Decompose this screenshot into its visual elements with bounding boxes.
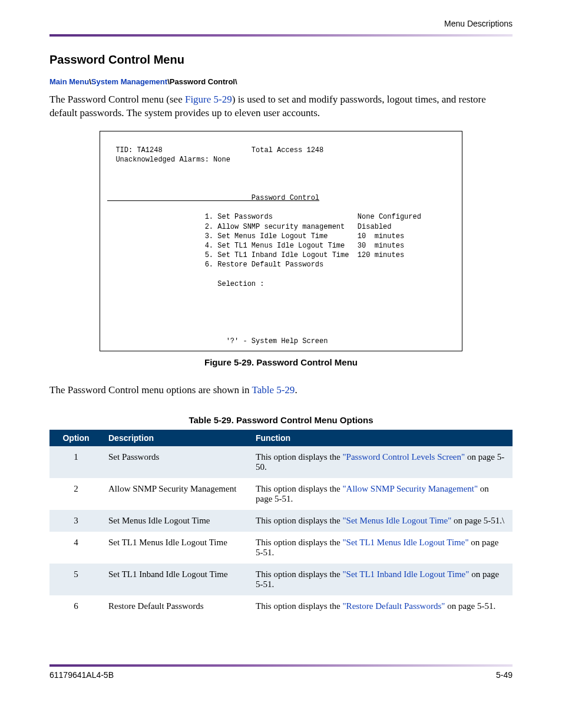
xref-link[interactable]: "Set Menus Idle Logout Time" (343, 516, 452, 525)
breadcrumb-main-menu[interactable]: Main Menu (49, 77, 89, 86)
text: on page 5-51. (445, 601, 495, 611)
terminal-screenshot: TID: TA1248 Total Access 1248 Unacknowle… (100, 131, 462, 351)
page: Menu Descriptions Password Control Menu … (0, 0, 562, 694)
footer-doc-id: 61179641AL4-5B (49, 670, 114, 680)
cell-function: This option displays the "Restore Defaul… (250, 595, 513, 617)
terminal-menu-item: 5. Set TL1 Inband Idle Logout Time 120 m… (107, 251, 404, 259)
col-option: Option (49, 430, 103, 446)
section-heading: Password Control Menu (49, 53, 513, 67)
table-row: 6 Restore Default Passwords This option … (49, 595, 513, 617)
cell-description: Set Menus Idle Logout Time (103, 510, 250, 532)
col-description: Description (103, 430, 250, 446)
table-intro-paragraph: The Password Control menu options are sh… (49, 384, 513, 397)
terminal-selection-prompt: Selection : (107, 280, 264, 288)
intro-paragraph: The Password Control menu (see Figure 5-… (49, 93, 513, 120)
cell-function: This option displays the "Password Contr… (250, 446, 513, 478)
options-table: Option Description Function 1 Set Passwo… (49, 430, 513, 617)
text: This option displays the (256, 569, 343, 579)
table-row: 3 Set Menus Idle Logout Time This option… (49, 510, 513, 532)
text: on page 5-51.\ (451, 516, 504, 525)
text: The Password Control menu (see (49, 94, 185, 105)
cell-option: 6 (49, 595, 103, 617)
cell-function: This option displays the "Set TL1 Menus … (250, 532, 513, 564)
terminal-menu-item: 4. Set TL1 Menus Idle Logout Time 30 min… (107, 242, 404, 250)
table-row: 5 Set TL1 Inband Idle Logout Time This o… (49, 564, 513, 595)
header-rule (49, 34, 513, 37)
breadcrumb: Main Menu\System Management\Password Con… (49, 77, 513, 86)
table-row: 1 Set Passwords This option displays the… (49, 446, 513, 478)
text: This option displays the (256, 601, 343, 611)
figure-link[interactable]: Figure 5-29 (185, 94, 232, 105)
terminal-title: Password Control (107, 194, 319, 202)
table-link[interactable]: Table 5-29 (252, 384, 295, 396)
xref-link[interactable]: "Allow SNMP Security Management" (343, 484, 478, 493)
col-function: Function (250, 430, 513, 446)
text: This option displays the (256, 538, 343, 547)
text: This option displays the (256, 516, 343, 525)
text: This option displays the (256, 484, 343, 493)
terminal-menu-item: 1. Set Passwords None Configured (107, 213, 421, 221)
table-caption: Table 5-29. Password Control Menu Option… (49, 415, 513, 425)
table-header-row: Option Description Function (49, 430, 513, 446)
footer-page-number: 5-49 (496, 670, 513, 680)
terminal-menu-item: 6. Restore Default Passwords (107, 261, 323, 269)
cell-option: 1 (49, 446, 103, 478)
terminal-line: TID: TA1248 Total Access 1248 (107, 146, 323, 154)
terminal-line: Unacknowledged Alarms: None (107, 156, 230, 164)
page-footer: 61179641AL4-5B 5-49 (49, 664, 513, 680)
terminal-menu-item: 3. Set Menus Idle Logout Time 10 minutes (107, 232, 404, 241)
cell-option: 5 (49, 564, 103, 595)
xref-link[interactable]: "Set TL1 Menus Idle Logout Time" (343, 538, 469, 547)
text: . (295, 384, 297, 396)
cell-description: Allow SNMP Security Management (103, 478, 250, 510)
cell-function: This option displays the "Allow SNMP Sec… (250, 478, 513, 510)
xref-link[interactable]: "Set TL1 Inband Idle Logout Time" (343, 569, 470, 579)
text: The Password Control menu options are sh… (49, 384, 252, 396)
text: This option displays the (256, 452, 343, 462)
figure-caption: Figure 5-29. Password Control Menu (49, 357, 513, 367)
header-section-label: Menu Descriptions (49, 19, 513, 28)
cell-description: Set TL1 Menus Idle Logout Time (103, 532, 250, 564)
footer-rule (49, 664, 513, 667)
cell-option: 4 (49, 532, 103, 564)
breadcrumb-current: Password Control\ (170, 77, 237, 86)
cell-function: This option displays the "Set Menus Idle… (250, 510, 513, 532)
terminal-menu-item: 2. Allow SNMP security management Disabl… (107, 223, 391, 231)
cell-description: Restore Default Passwords (103, 595, 250, 617)
terminal-help-hint: '?' - System Help Screen (107, 337, 328, 345)
xref-link[interactable]: "Password Control Levels Screen" (343, 452, 465, 462)
breadcrumb-system-management[interactable]: System Management (91, 77, 167, 86)
cell-description: Set TL1 Inband Idle Logout Time (103, 564, 250, 595)
xref-link[interactable]: "Restore Default Passwords" (343, 601, 445, 611)
table-row: 4 Set TL1 Menus Idle Logout Time This op… (49, 532, 513, 564)
cell-function: This option displays the "Set TL1 Inband… (250, 564, 513, 595)
cell-option: 3 (49, 510, 103, 532)
cell-description: Set Passwords (103, 446, 250, 478)
table-row: 2 Allow SNMP Security Management This op… (49, 478, 513, 510)
cell-option: 2 (49, 478, 103, 510)
